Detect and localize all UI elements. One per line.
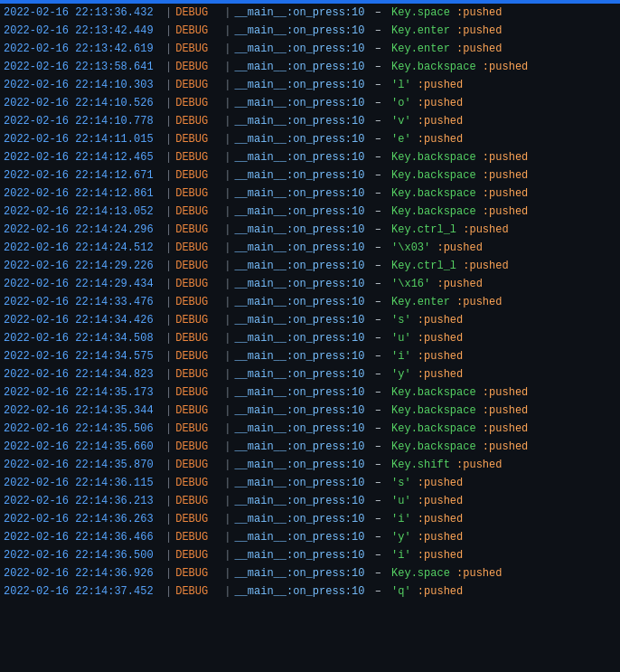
log-message: __main__:on_press:10 – Key.enter :pushed bbox=[234, 294, 616, 310]
log-level: DEBUG bbox=[175, 529, 221, 545]
log-message: __main__:on_press:10 – 'l' :pushed bbox=[234, 77, 616, 93]
log-dash: – bbox=[371, 151, 391, 164]
log-level: DEBUG bbox=[175, 439, 221, 455]
log-sep-1: | bbox=[162, 23, 175, 39]
log-timestamp: 2022-02-16 22:14:11.015 bbox=[4, 131, 162, 147]
log-source: __main__:on_press:10 bbox=[234, 531, 364, 544]
log-sep-1: | bbox=[162, 294, 175, 310]
log-dash: – bbox=[371, 513, 391, 525]
log-timestamp: 2022-02-16 22:14:34.426 bbox=[4, 312, 162, 328]
log-sep-1: | bbox=[162, 185, 175, 202]
log-source: __main__:on_press:10 bbox=[234, 151, 364, 164]
log-message: __main__:on_press:10 – Key.space :pushed bbox=[234, 565, 616, 582]
log-sep-1: | bbox=[162, 222, 175, 238]
log-dash: – bbox=[371, 332, 391, 345]
log-message: __main__:on_press:10 – 'u' :pushed bbox=[234, 493, 616, 509]
log-sep-1: | bbox=[162, 348, 175, 364]
log-sep-2: | bbox=[221, 294, 234, 310]
log-level: DEBUG bbox=[175, 95, 221, 111]
log-level: DEBUG bbox=[175, 258, 221, 274]
log-dash: – bbox=[371, 133, 391, 146]
log-level: DEBUG bbox=[175, 240, 221, 256]
log-message: __main__:on_press:10 – Key.ctrl_l :pushe… bbox=[234, 222, 616, 238]
log-sep-2: | bbox=[221, 384, 234, 401]
log-sep-1: | bbox=[162, 384, 175, 401]
log-sep-2: | bbox=[221, 276, 234, 292]
log-timestamp: 2022-02-16 22:14:35.173 bbox=[4, 384, 162, 401]
log-sep-1: | bbox=[162, 77, 175, 93]
log-level: DEBUG bbox=[175, 222, 221, 238]
log-sep-1: | bbox=[162, 95, 175, 111]
log-line: 2022-02-16 22:14:33.476 | DEBUG | __main… bbox=[0, 293, 620, 311]
log-sep-2: | bbox=[221, 366, 234, 383]
log-source: __main__:on_press:10 bbox=[234, 61, 364, 73]
log-message: __main__:on_press:10 – '\x03' :pushed bbox=[234, 240, 616, 256]
log-message: __main__:on_press:10 – 'e' :pushed bbox=[234, 131, 616, 147]
log-dash: – bbox=[371, 531, 391, 544]
log-line: 2022-02-16 22:14:10.303 | DEBUG | __main… bbox=[0, 76, 620, 94]
log-line: 2022-02-16 22:14:34.823 | DEBUG | __main… bbox=[0, 365, 620, 383]
log-line: 2022-02-16 22:14:10.526 | DEBUG | __main… bbox=[0, 94, 620, 112]
log-dash: – bbox=[371, 241, 391, 254]
log-line: 2022-02-16 22:14:12.861 | DEBUG | __main… bbox=[0, 185, 620, 203]
log-sep-2: | bbox=[221, 95, 234, 111]
log-dash: – bbox=[371, 422, 391, 435]
log-level: DEBUG bbox=[175, 113, 221, 129]
log-message: __main__:on_press:10 – 'i' :pushed bbox=[234, 511, 616, 527]
log-source: __main__:on_press:10 bbox=[234, 459, 364, 471]
log-source: __main__:on_press:10 bbox=[234, 278, 364, 290]
log-sep-2: | bbox=[221, 23, 234, 39]
log-sep-2: | bbox=[221, 475, 234, 491]
log-source: __main__:on_press:10 bbox=[234, 404, 364, 417]
log-message: __main__:on_press:10 – Key.backspace :pu… bbox=[234, 402, 616, 419]
log-line: 2022-02-16 22:14:36.263 | DEBUG | __main… bbox=[0, 510, 620, 528]
log-source: __main__:on_press:10 bbox=[234, 585, 364, 598]
log-sep-1: | bbox=[162, 276, 175, 292]
log-source: __main__:on_press:10 bbox=[234, 79, 364, 91]
log-line: 2022-02-16 22:14:35.344 | DEBUG | __main… bbox=[0, 402, 620, 420]
log-line: 2022-02-16 22:14:10.778 | DEBUG | __main… bbox=[0, 112, 620, 130]
log-message: __main__:on_press:10 – 'v' :pushed bbox=[234, 113, 616, 129]
log-level: DEBUG bbox=[175, 41, 221, 57]
log-message: __main__:on_press:10 – Key.backspace :pu… bbox=[234, 439, 616, 455]
log-timestamp: 2022-02-16 22:14:36.500 bbox=[4, 547, 162, 563]
log-sep-1: | bbox=[162, 59, 175, 75]
log-sep-2: | bbox=[221, 5, 234, 21]
log-message: __main__:on_press:10 – 's' :pushed bbox=[234, 475, 616, 491]
log-sep-2: | bbox=[221, 167, 234, 184]
log-sep-1: | bbox=[162, 402, 175, 419]
log-source: __main__:on_press:10 bbox=[234, 296, 364, 308]
log-line: 2022-02-16 22:14:34.508 | DEBUG | __main… bbox=[0, 329, 620, 347]
log-sep-2: | bbox=[221, 421, 234, 437]
log-line: 2022-02-16 22:13:36.432 | DEBUG | __main… bbox=[0, 4, 620, 22]
log-level: DEBUG bbox=[175, 185, 221, 202]
log-sep-2: | bbox=[221, 222, 234, 238]
log-sep-2: | bbox=[221, 457, 234, 473]
log-source: __main__:on_press:10 bbox=[234, 43, 364, 55]
log-sep-1: | bbox=[162, 149, 175, 166]
log-sep-1: | bbox=[162, 167, 175, 184]
log-timestamp: 2022-02-16 22:14:35.660 bbox=[4, 439, 162, 455]
log-line: 2022-02-16 22:14:36.500 | DEBUG | __main… bbox=[0, 546, 620, 564]
log-sep-2: | bbox=[221, 348, 234, 364]
log-sep-1: | bbox=[162, 240, 175, 256]
log-dash: – bbox=[371, 549, 391, 562]
log-sep-2: | bbox=[221, 312, 234, 328]
log-message: __main__:on_press:10 – 'i' :pushed bbox=[234, 348, 616, 364]
log-sep-2: | bbox=[221, 402, 234, 419]
log-level: DEBUG bbox=[175, 583, 221, 600]
log-timestamp: 2022-02-16 22:13:58.641 bbox=[4, 59, 162, 75]
log-sep-1: | bbox=[162, 565, 175, 582]
log-dash: – bbox=[371, 440, 391, 453]
log-line: 2022-02-16 22:14:24.512 | DEBUG | __main… bbox=[0, 239, 620, 257]
log-dash: – bbox=[371, 115, 391, 128]
log-line: 2022-02-16 22:14:36.466 | DEBUG | __main… bbox=[0, 528, 620, 546]
log-sep-1: | bbox=[162, 439, 175, 455]
log-line: 2022-02-16 22:14:29.434 | DEBUG | __main… bbox=[0, 275, 620, 293]
log-level: DEBUG bbox=[175, 312, 221, 328]
log-sep-2: | bbox=[221, 113, 234, 129]
log-source: __main__:on_press:10 bbox=[234, 440, 364, 453]
log-line: 2022-02-16 22:14:35.506 | DEBUG | __main… bbox=[0, 420, 620, 438]
log-level: DEBUG bbox=[175, 565, 221, 582]
log-source: __main__:on_press:10 bbox=[234, 350, 364, 363]
